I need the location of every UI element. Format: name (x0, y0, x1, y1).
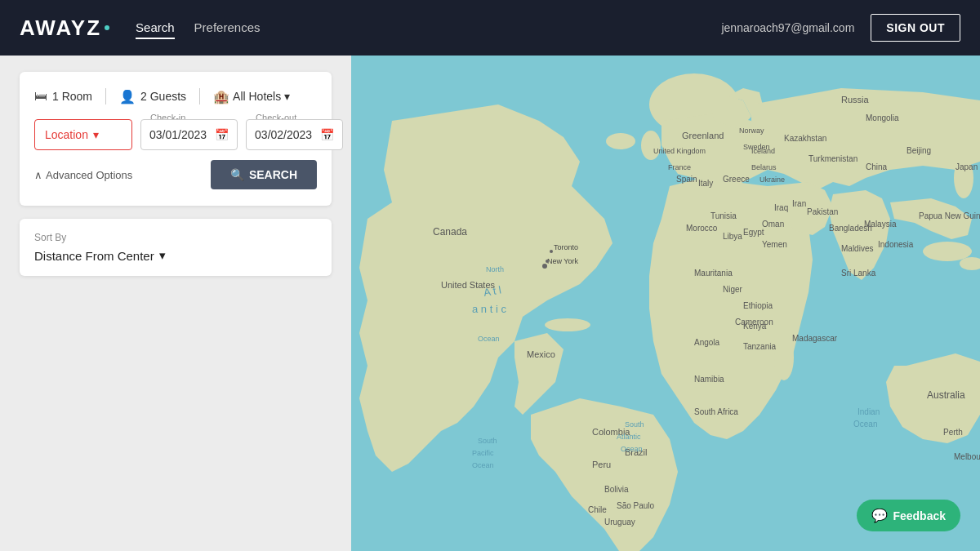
svg-text:Indonesia: Indonesia (878, 240, 914, 249)
sort-value: Distance From Center (34, 249, 154, 263)
svg-point-81 (546, 260, 549, 263)
checkin-value: 03/01/2023 (149, 128, 207, 141)
sort-card: Sort By Distance From Center ▾ (20, 219, 332, 276)
nav-preferences[interactable]: Preferences (194, 17, 261, 39)
svg-text:Belarus: Belarus (751, 163, 777, 171)
svg-text:Mauritania: Mauritania (694, 269, 733, 278)
search-button[interactable]: 🔍 SEARCH (211, 160, 317, 189)
svg-text:Angola: Angola (694, 338, 720, 347)
svg-text:Mongolia: Mongolia (866, 113, 899, 122)
svg-text:a n t i c: a n t i c (472, 303, 506, 315)
svg-text:Pacific: Pacific (472, 449, 494, 457)
svg-text:South: South (625, 420, 644, 429)
svg-point-4 (641, 131, 661, 160)
hotel-icon: 🏨 (213, 89, 229, 104)
top-row: 🛏 1 Room 👤 2 Guests 🏨 All Hotels ▾ (34, 88, 317, 104)
svg-text:Papua New Guinea: Papua New Guinea (919, 211, 980, 220)
svg-text:Melbourne: Melbourne (954, 452, 980, 461)
svg-text:Chile: Chile (588, 505, 607, 514)
navbar: AWAYZ Search Preferences jennaroach97@gm… (0, 0, 980, 56)
bed-icon: 🛏 (34, 89, 47, 104)
svg-text:Iraq: Iraq (774, 203, 788, 212)
user-email: jennaroach97@gmail.com (721, 21, 854, 34)
svg-text:Namibia: Namibia (694, 375, 724, 384)
svg-text:Greenland: Greenland (682, 131, 724, 140)
main-container: 🛏 1 Room 👤 2 Guests 🏨 All Hotels ▾ (0, 56, 980, 551)
guest-count: 2 Guests (140, 90, 186, 103)
svg-text:Kenya: Kenya (743, 322, 767, 331)
feedback-icon: 💬 (871, 508, 888, 523)
hotels-label: All Hotels (233, 90, 281, 103)
svg-text:Madagascar: Madagascar (792, 334, 838, 343)
actions-row: ∧ Advanced Options 🔍 SEARCH (34, 160, 317, 189)
svg-point-2 (606, 133, 635, 149)
room-count: 1 Room (52, 90, 92, 103)
svg-text:Japan: Japan (956, 162, 978, 171)
sort-dropdown[interactable]: Distance From Center ▾ (34, 248, 317, 263)
svg-text:Canada: Canada (433, 226, 467, 238)
svg-text:Peru: Peru (592, 460, 611, 469)
svg-text:Uruguay: Uruguay (604, 518, 635, 527)
divider-2 (199, 88, 200, 104)
hotels-chevron-icon: ▾ (284, 90, 290, 103)
advanced-chevron-icon: ∧ (34, 169, 42, 181)
svg-text:Ethiopia: Ethiopia (743, 301, 773, 310)
svg-text:Iran: Iran (792, 199, 806, 208)
svg-text:Indian: Indian (858, 407, 880, 416)
sort-label: Sort By (34, 232, 317, 243)
svg-text:Spain: Spain (676, 175, 697, 184)
svg-text:Bolivia: Bolivia (604, 485, 629, 494)
svg-text:Maldives: Maldives (841, 244, 873, 253)
checkout-input[interactable]: 03/02/2023 📅 (246, 119, 343, 150)
svg-text:Russia: Russia (841, 95, 870, 104)
location-text: Location (45, 128, 88, 141)
sign-out-button[interactable]: SIGN OUT (871, 14, 960, 42)
svg-point-3 (545, 318, 590, 331)
world-map[interactable]: Greenland Iceland Canada United States M… (351, 56, 980, 551)
svg-text:Malaysia: Malaysia (864, 220, 897, 229)
advanced-options-toggle[interactable]: ∧ Advanced Options (34, 169, 132, 181)
checkout-group: Check-out 03/02/2023 📅 (246, 119, 343, 150)
advanced-options-label: Advanced Options (46, 169, 132, 181)
svg-text:Tunisia: Tunisia (710, 211, 737, 220)
search-card: 🛏 1 Room 👤 2 Guests 🏨 All Hotels ▾ (20, 72, 332, 206)
svg-point-8 (774, 335, 794, 380)
nav-search[interactable]: Search (136, 17, 175, 39)
svg-text:Australia: Australia (927, 389, 965, 401)
svg-text:New York: New York (547, 257, 579, 265)
svg-text:South Africa: South Africa (694, 407, 738, 416)
location-select[interactable]: Location ▾ (34, 119, 132, 150)
svg-text:Libya: Libya (723, 232, 742, 241)
svg-text:Greece: Greece (723, 175, 750, 184)
svg-text:France: France (668, 163, 691, 171)
svg-text:United Kingdom: United Kingdom (653, 147, 706, 155)
checkin-group: Check-in 03/01/2023 📅 (140, 119, 238, 150)
svg-text:Yemen: Yemen (762, 240, 787, 249)
hotels-dropdown[interactable]: 🏨 All Hotels ▾ (213, 89, 290, 104)
svg-text:Atlantic: Atlantic (617, 433, 641, 441)
divider-1 (105, 88, 106, 104)
person-icon: 👤 (119, 89, 136, 104)
map-container: Greenland Iceland Canada United States M… (351, 56, 980, 551)
svg-text:Italy: Italy (698, 179, 713, 188)
svg-text:Tanzania: Tanzania (743, 342, 776, 351)
guest-selector[interactable]: 👤 2 Guests (119, 89, 186, 104)
svg-text:Ocean: Ocean (472, 461, 494, 469)
checkin-input[interactable]: 03/01/2023 📅 (140, 119, 238, 150)
svg-text:Ocean: Ocean (478, 335, 500, 343)
checkout-value: 03/02/2023 (255, 128, 312, 141)
checkout-calendar-icon: 📅 (320, 128, 334, 141)
feedback-button[interactable]: 💬 Feedback (857, 500, 960, 531)
logo: AWAYZ (20, 16, 109, 41)
svg-text:South: South (478, 437, 497, 445)
nav-links: Search Preferences (136, 17, 695, 39)
room-selector[interactable]: 🛏 1 Room (34, 89, 92, 104)
svg-text:Morocco: Morocco (686, 224, 718, 233)
svg-text:Pakistan: Pakistan (807, 207, 838, 216)
svg-text:Perth: Perth (943, 428, 963, 437)
svg-text:Mexico: Mexico (527, 349, 555, 359)
svg-text:Sri Lanka: Sri Lanka (841, 269, 876, 278)
svg-text:Beijing: Beijing (906, 146, 931, 155)
svg-text:São Paulo: São Paulo (617, 501, 655, 510)
sort-chevron-icon: ▾ (159, 248, 166, 263)
